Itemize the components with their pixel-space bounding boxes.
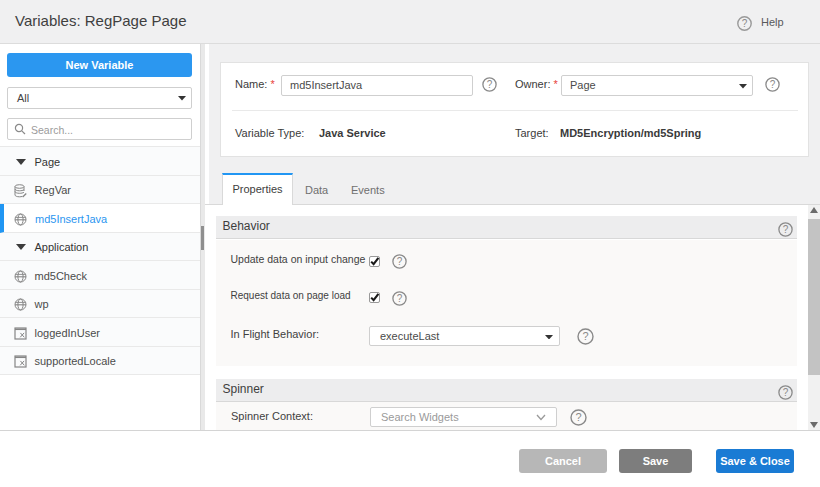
svg-text:?: ? [575,411,581,423]
svg-text:?: ? [782,387,788,398]
svg-text:?: ? [397,293,403,304]
svg-text:?: ? [782,224,788,235]
svg-text:?: ? [770,79,776,90]
svg-text:?: ? [397,256,403,267]
svg-text:?: ? [742,18,748,29]
svg-text:?: ? [487,79,493,90]
svg-text:?: ? [582,330,588,342]
